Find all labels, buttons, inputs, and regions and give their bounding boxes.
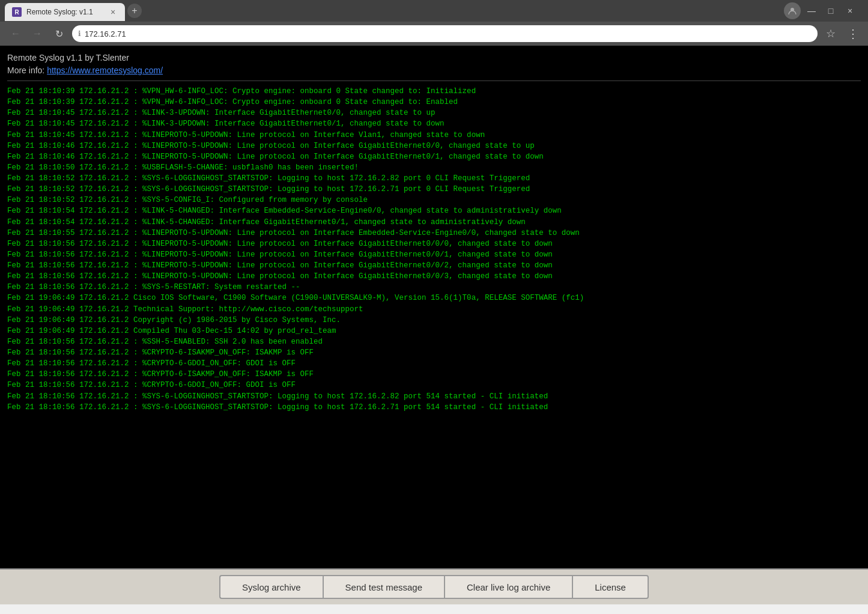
log-line: Feb 21 19:06:49 172.16.21.2 Copyright (c…	[7, 315, 861, 326]
header-line2: More info: https://www.remotesyslog.com/	[7, 64, 861, 77]
log-line: Feb 21 18:10:39 172.16.21.2 : %VPN_HW-6-…	[7, 97, 861, 108]
maximize-button[interactable]: □	[822, 2, 839, 19]
log-line: Feb 21 18:10:56 172.16.21.2 : %CRYPTO-6-…	[7, 358, 861, 369]
url-text: 172.16.2.71	[85, 29, 812, 38]
syslog-archive-button[interactable]: Syslog archive	[219, 575, 323, 599]
address-bar: ← → ↻ ℹ 172.16.2.71 ☆ ⋮	[0, 22, 868, 46]
close-button[interactable]: ×	[842, 2, 858, 19]
footer: Syslog archive Send test message Clear l…	[0, 568, 868, 604]
log-line: Feb 21 18:10:45 172.16.21.2 : %LINK-3-UP…	[7, 108, 861, 118]
log-line: Feb 21 18:10:56 172.16.21.2 : %SYS-6-LOG…	[7, 402, 861, 413]
log-line: Feb 21 18:10:56 172.16.21.2 : %CRYPTO-6-…	[7, 369, 861, 380]
header-line1: Remote Syslog v1.1 by T.Slenter	[7, 52, 861, 64]
log-line: Feb 21 18:10:54 172.16.21.2 : %LINK-5-CH…	[7, 205, 861, 216]
log-line: Feb 21 18:10:56 172.16.21.2 : %LINEPROTO…	[7, 239, 861, 249]
log-line: Feb 21 18:10:56 172.16.21.2 : %LINEPROTO…	[7, 249, 861, 260]
log-line: Feb 21 18:10:50 172.16.21.2 : %USBFLASH-…	[7, 162, 861, 173]
clear-live-log-archive-button[interactable]: Clear live log archive	[444, 575, 572, 599]
bookmark-button[interactable]: ☆	[822, 25, 839, 42]
log-line: Feb 21 18:10:55 172.16.21.2 : %LINEPROTO…	[7, 228, 861, 239]
log-line: Feb 21 18:10:46 172.16.21.2 : %LINEPROTO…	[7, 141, 861, 151]
log-line: Feb 21 18:10:54 172.16.21.2 : %LINK-5-CH…	[7, 217, 861, 228]
active-tab[interactable]: R Remote Syslog: v1.1 ×	[5, 3, 125, 21]
header-divider	[7, 81, 861, 81]
secure-icon: ℹ	[78, 29, 81, 38]
send-test-message-button[interactable]: Send test message	[323, 575, 444, 599]
page-header: Remote Syslog v1.1 by T.Slenter More inf…	[7, 52, 861, 77]
log-line: Feb 21 19:06:49 172.16.21.2 Compiled Thu…	[7, 326, 861, 336]
page-content: Remote Syslog v1.1 by T.Slenter More inf…	[0, 46, 868, 568]
tab-bar: R Remote Syslog: v1.1 × +	[5, 1, 779, 21]
log-line: Feb 21 18:10:56 172.16.21.2 : %SSH-5-ENA…	[7, 336, 861, 347]
forward-button[interactable]: →	[29, 25, 46, 42]
log-line: Feb 21 18:10:52 172.16.21.2 : %SYS-6-LOG…	[7, 184, 861, 195]
browser-chrome: R Remote Syslog: v1.1 × + — □ × ← → ↻ ℹ …	[0, 0, 868, 46]
log-area: Feb 21 18:10:39 172.16.21.2 : %VPN_HW-6-…	[7, 86, 861, 562]
url-bar[interactable]: ℹ 172.16.2.71	[72, 25, 818, 42]
log-line: Feb 21 19:06:49 172.16.21.2 Cisco IOS So…	[7, 293, 861, 303]
log-line: Feb 21 18:10:45 172.16.21.2 : %LINEPROTO…	[7, 130, 861, 141]
profile-button[interactable]	[784, 2, 801, 19]
log-line: Feb 21 18:10:56 172.16.21.2 : %LINEPROTO…	[7, 271, 861, 282]
log-line: Feb 21 18:10:56 172.16.21.2 : %SYS-6-LOG…	[7, 391, 861, 402]
new-tab-button[interactable]: +	[127, 4, 142, 18]
tab-close-button[interactable]: ×	[108, 7, 118, 17]
title-bar: R Remote Syslog: v1.1 × + — □ ×	[0, 0, 868, 22]
license-button[interactable]: License	[572, 575, 649, 599]
log-line: Feb 21 18:10:39 172.16.21.2 : %VPN_HW-6-…	[7, 86, 861, 97]
log-line: Feb 21 18:10:52 172.16.21.2 : %SYS-5-CON…	[7, 195, 861, 205]
minimize-button[interactable]: —	[803, 2, 820, 19]
log-line: Feb 21 18:10:56 172.16.21.2 : %SYS-5-RES…	[7, 282, 861, 293]
log-line: Feb 21 18:10:45 172.16.21.2 : %LINK-3-UP…	[7, 118, 861, 129]
more-info-link[interactable]: https://www.remotesyslog.com/	[47, 65, 163, 75]
refresh-button[interactable]: ↻	[50, 25, 67, 42]
tab-label: Remote Syslog: v1.1	[26, 8, 103, 16]
window-controls: — □ ×	[779, 0, 863, 22]
log-line: Feb 21 18:10:46 172.16.21.2 : %LINEPROTO…	[7, 151, 861, 162]
log-line: Feb 21 18:10:56 172.16.21.2 : %CRYPTO-6-…	[7, 347, 861, 358]
tab-favicon: R	[12, 7, 22, 17]
browser-menu-button[interactable]: ⋮	[844, 25, 861, 42]
log-line: Feb 21 18:10:52 172.16.21.2 : %SYS-6-LOG…	[7, 173, 861, 184]
log-line: Feb 21 18:10:56 172.16.21.2 : %CRYPTO-6-…	[7, 380, 861, 391]
log-line: Feb 21 19:06:49 172.16.21.2 Technical Su…	[7, 304, 861, 315]
back-button[interactable]: ←	[7, 25, 24, 42]
log-line: Feb 21 18:10:56 172.16.21.2 : %LINEPROTO…	[7, 260, 861, 271]
